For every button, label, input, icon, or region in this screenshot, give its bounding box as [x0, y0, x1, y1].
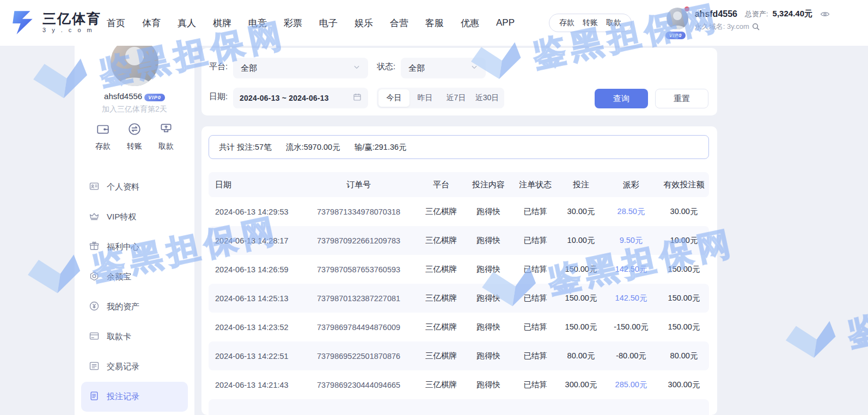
nav-item-电竞[interactable]: 电竞	[248, 17, 267, 29]
nav-item-棋牌[interactable]: 棋牌	[213, 17, 231, 29]
cell-valid-bet-amount: 300.00元	[659, 380, 709, 390]
cell-payout: 142.50元	[603, 264, 659, 274]
quick-actions: 存款转账取款	[82, 122, 187, 151]
nav-item-优惠[interactable]: 优惠	[461, 17, 479, 29]
gift-icon	[89, 241, 100, 254]
sidebar-item-投注记录[interactable]: 投注记录	[81, 382, 188, 412]
cell-bet-content: 跑得快	[465, 235, 512, 246]
quick-action-存款[interactable]: 存款	[90, 122, 116, 151]
nav-item-娱乐[interactable]: 娱乐	[354, 17, 373, 29]
wallet-action-转账[interactable]: 转账	[583, 18, 598, 28]
cell-platform: 三亿棋牌	[417, 351, 465, 361]
column-header: 投注内容	[465, 180, 512, 190]
cell-bet-content: 跑得快	[465, 322, 512, 332]
quick-date-group: 今日昨日近7日近30日	[377, 88, 504, 108]
cell-valid-bet-amount: 30.00元	[659, 206, 709, 217]
nav-item-首页[interactable]: 首页	[107, 17, 125, 29]
quick-date-昨日[interactable]: 昨日	[409, 89, 441, 107]
cell-valid-bet-amount: 10.00元	[659, 235, 709, 246]
permanent-domain: 永久域名: 3y.com	[695, 22, 749, 32]
cell-date: 2024-06-13 14:28:17	[209, 236, 300, 245]
notification-dot	[684, 7, 689, 11]
status-select[interactable]: 全部	[401, 58, 486, 78]
nav-item-真人[interactable]: 真人	[178, 17, 196, 29]
cell-order-number: 7379871334978070318	[300, 207, 417, 216]
date-label: 日期:	[209, 91, 228, 102]
status-value: 全部	[408, 63, 470, 74]
reset-button[interactable]: 重置	[655, 89, 708, 108]
sidebar-item-取款卡[interactable]: 取款卡	[81, 322, 188, 352]
profile-vip-badge: VIP0	[144, 94, 165, 101]
table-row: 2024-06-13 14:26:597379870587653760593三亿…	[209, 255, 709, 284]
table-row: 2024-06-13 14:22:517379869522501870876三亿…	[209, 341, 709, 370]
cell-order-number: 7379870132387227081	[300, 294, 417, 303]
cell-payout: 9.50元	[603, 235, 659, 246]
cell-order-status: 已结算	[512, 206, 559, 217]
table-header-row: 日期订单号平台投注内容注单状态投注派彩有效投注额	[209, 172, 709, 197]
table-row	[209, 399, 709, 415]
table-row: 2024-06-13 14:29:537379871334978070318三亿…	[209, 197, 709, 226]
assets-label: 总资产:	[745, 9, 768, 19]
brand-logo[interactable]: 三亿体育 3 y . c o m	[10, 9, 101, 36]
sidebar-item-我的资产[interactable]: 我的资产	[81, 292, 188, 322]
quick-action-转账[interactable]: 转账	[121, 122, 148, 151]
cell-platform: 三亿棋牌	[417, 322, 465, 332]
sidebar-item-福利中心[interactable]: 福利中心	[81, 232, 188, 262]
sidebar-item-余额宝[interactable]: 余额宝	[81, 262, 188, 292]
nav-item-电子[interactable]: 电子	[319, 17, 338, 29]
cell-bet-amount: 30.00元	[559, 206, 603, 217]
quick-date-近7日[interactable]: 近7日	[441, 89, 472, 107]
wallet-actions-pill: 存款转账取款	[549, 14, 632, 32]
quick-date-近30日[interactable]: 近30日	[472, 89, 503, 107]
eye-icon[interactable]	[820, 9, 830, 19]
sidebar-item-交易记录[interactable]: 交易记录	[81, 352, 188, 382]
transfer-icon	[127, 122, 142, 138]
nav-item-彩票[interactable]: 彩票	[284, 17, 302, 29]
column-header: 投注	[559, 180, 603, 190]
quick-action-label: 转账	[127, 142, 142, 151]
date-range-value: 2024-06-13 ~ 2024-06-13	[240, 94, 353, 102]
crown-icon	[89, 211, 100, 224]
nav-item-合营[interactable]: 合营	[390, 17, 408, 29]
cell-platform: 三亿棋牌	[417, 206, 465, 217]
cell-order-status: 已结算	[512, 293, 559, 303]
nav-item-体育[interactable]: 体育	[142, 17, 161, 29]
nav-item-客服[interactable]: 客服	[425, 17, 444, 29]
wallet-action-取款[interactable]: 取款	[606, 18, 621, 28]
nav-item-APP[interactable]: APP	[496, 17, 515, 28]
cell-order-number: 7379870587653760593	[300, 265, 417, 274]
cell-valid-bet-amount: 150.00元	[659, 264, 709, 274]
sidebar-item-label: 交易记录	[107, 362, 139, 372]
cell-payout: 285.00元	[603, 380, 659, 390]
date-range-picker[interactable]: 2024-06-13 ~ 2024-06-13	[233, 88, 368, 108]
bank-card-icon	[89, 331, 100, 344]
quick-date-今日[interactable]: 今日	[378, 89, 409, 107]
cell-platform: 三亿棋牌	[417, 235, 465, 246]
sidebar-item-兑奖记录[interactable]: 兑奖记录	[81, 412, 188, 415]
cell-date: 2024-06-13 14:26:59	[209, 265, 300, 274]
search-icon[interactable]	[751, 22, 760, 31]
cell-order-number: 7379869230444094665	[300, 381, 417, 389]
quick-action-label: 存款	[95, 142, 111, 151]
cell-order-number: 7379869784494876009	[300, 323, 417, 332]
cell-order-status: 已结算	[512, 380, 559, 390]
cell-bet-content: 跑得快	[465, 293, 512, 303]
id-card-icon	[89, 181, 100, 194]
sidebar-item-个人资料[interactable]: 个人资料	[81, 172, 188, 202]
wallet-action-存款[interactable]: 存款	[559, 18, 574, 28]
cell-bet-content: 跑得快	[465, 351, 512, 361]
summary-total: 共计 投注:57笔	[219, 142, 272, 152]
user-block: VIP0 ahsfd4556 总资产: 5,324.40元 永久域名: 3y.c…	[667, 8, 830, 38]
sidebar-item-label: 福利中心	[107, 242, 139, 252]
sidebar-item-label: 余额宝	[107, 272, 131, 282]
username: ahsfd4556	[695, 9, 737, 19]
cell-bet-content: 跑得快	[465, 380, 512, 390]
summary-turnover: 流水:5970.00元	[286, 142, 340, 152]
platform-select[interactable]: 全部	[233, 58, 368, 78]
quick-action-取款[interactable]: 取款	[153, 122, 179, 151]
profile-username: ahsfd4556	[104, 91, 142, 101]
search-button[interactable]: 查询	[595, 89, 648, 108]
chevron-down-icon	[470, 63, 478, 73]
sidebar-item-VIP特权[interactable]: VIP特权	[81, 202, 188, 232]
cell-order-number: 7379870922661209783	[300, 236, 417, 245]
